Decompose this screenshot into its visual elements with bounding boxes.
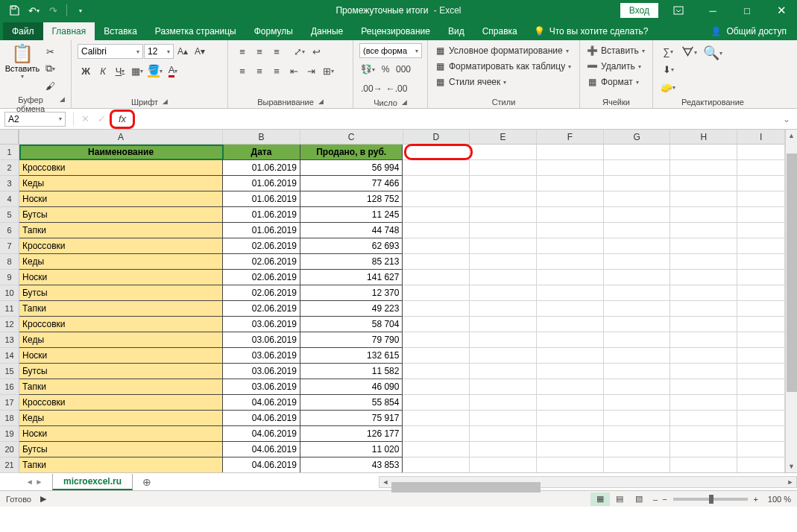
cell[interactable]: Бутсы (19, 285, 223, 301)
cell[interactable] (403, 160, 470, 176)
cell[interactable] (737, 457, 785, 472)
font-size-select[interactable]: 12▾ (144, 44, 174, 59)
sheet-tab-active[interactable]: microexcel.ru (52, 474, 133, 490)
cell[interactable]: Тапки (19, 223, 223, 238)
cell[interactable] (737, 238, 785, 254)
cell[interactable] (537, 238, 604, 254)
sort-filter-icon[interactable]: ᗊ▾ (680, 43, 699, 62)
cell[interactable] (737, 145, 785, 160)
cell[interactable] (537, 442, 604, 457)
cell[interactable] (604, 254, 671, 270)
cell[interactable]: 01.06.2019 (223, 176, 300, 191)
row-header[interactable]: 14 (0, 348, 19, 364)
number-format-select[interactable]: (все форма▾ (359, 43, 422, 58)
cell[interactable] (403, 145, 470, 160)
cell[interactable]: 01.06.2019 (223, 207, 300, 223)
cell[interactable] (737, 176, 785, 191)
cell[interactable] (737, 364, 785, 379)
row-header[interactable]: 16 (0, 379, 19, 395)
cell[interactable]: 01.06.2019 (223, 191, 300, 207)
cell[interactable]: Кеды (19, 254, 223, 270)
cell[interactable]: Носки (19, 270, 223, 285)
cell[interactable] (670, 426, 737, 442)
cell[interactable]: 11 582 (300, 364, 403, 379)
cell[interactable]: 03.06.2019 (223, 348, 300, 364)
align-top-icon[interactable]: ≡ (234, 43, 251, 60)
scroll-right-icon[interactable]: ► (784, 478, 796, 486)
cell[interactable] (670, 332, 737, 348)
cell[interactable] (670, 364, 737, 379)
cell[interactable] (470, 411, 537, 426)
cell[interactable] (470, 379, 537, 395)
cell[interactable] (537, 457, 604, 472)
cell[interactable] (403, 317, 470, 332)
tab-page-layout[interactable]: Разметка страницы (146, 22, 245, 40)
row-header[interactable]: 18 (0, 411, 19, 426)
column-header[interactable]: G (604, 130, 671, 145)
delete-cells-button[interactable]: ➖Удалить▾ (586, 59, 641, 74)
cell[interactable] (537, 348, 604, 364)
row-header[interactable]: 5 (0, 207, 19, 223)
scroll-thumb[interactable] (787, 153, 797, 392)
expand-formula-bar-icon[interactable]: ⌄ (779, 112, 794, 127)
tell-me[interactable]: 💡 Что вы хотите сделать? (526, 22, 656, 40)
cell[interactable]: Тапки (19, 379, 223, 395)
cell[interactable] (403, 348, 470, 364)
increase-indent-icon[interactable]: ⇥ (303, 63, 319, 79)
scroll-down-icon[interactable]: ▼ (786, 460, 797, 472)
cell[interactable] (470, 317, 537, 332)
insert-function-icon[interactable]: fx (114, 112, 130, 127)
formula-input[interactable] (135, 112, 779, 127)
cell[interactable] (537, 364, 604, 379)
cell[interactable]: 02.06.2019 (223, 270, 300, 285)
cell[interactable]: 04.06.2019 (223, 457, 300, 472)
cell[interactable] (470, 176, 537, 191)
cell[interactable]: 56 994 (300, 160, 403, 176)
tab-data[interactable]: Данные (302, 22, 352, 40)
cell[interactable]: 02.06.2019 (223, 285, 300, 301)
row-header[interactable]: 11 (0, 301, 19, 317)
cell[interactable] (470, 207, 537, 223)
row-header[interactable]: 17 (0, 395, 19, 411)
cell[interactable] (470, 364, 537, 379)
cell[interactable] (470, 254, 537, 270)
cell[interactable] (670, 348, 737, 364)
cell[interactable] (737, 332, 785, 348)
cell[interactable] (470, 285, 537, 301)
cell[interactable] (670, 442, 737, 457)
cell[interactable] (670, 379, 737, 395)
merge-icon[interactable]: ⊞▾ (320, 63, 336, 79)
cell[interactable]: Кеды (19, 332, 223, 348)
cell[interactable] (470, 332, 537, 348)
cell[interactable]: Носки (19, 348, 223, 364)
cell[interactable]: 01.06.2019 (223, 160, 300, 176)
dialog-launcher-icon[interactable]: ◢ (60, 95, 65, 113)
cancel-icon[interactable]: ✕ (77, 112, 93, 127)
vertical-scrollbar[interactable]: ▲ ▼ (785, 130, 797, 472)
font-color-icon[interactable]: A▾ (165, 63, 181, 79)
cell[interactable]: 79 790 (300, 332, 403, 348)
cell[interactable] (604, 301, 671, 317)
macro-record-icon[interactable]: ▶ (40, 494, 46, 504)
cell[interactable]: Носки (19, 191, 223, 207)
cell[interactable]: 04.06.2019 (223, 442, 300, 457)
cell[interactable]: Кеды (19, 411, 223, 426)
cell[interactable] (737, 191, 785, 207)
row-header[interactable]: 4 (0, 191, 19, 207)
cell[interactable]: 02.06.2019 (223, 254, 300, 270)
cell[interactable] (737, 223, 785, 238)
cell[interactable] (537, 395, 604, 411)
cell[interactable] (470, 145, 537, 160)
cell[interactable] (470, 426, 537, 442)
currency-icon[interactable]: 💱▾ (359, 61, 377, 77)
cell[interactable] (403, 207, 470, 223)
cell[interactable] (470, 457, 537, 472)
copy-icon[interactable]: ⧉▾ (42, 60, 58, 77)
cell[interactable] (737, 442, 785, 457)
cell[interactable] (403, 223, 470, 238)
cell[interactable] (604, 223, 671, 238)
decrease-indent-icon[interactable]: ⇤ (286, 63, 302, 79)
cell[interactable] (737, 395, 785, 411)
view-page-layout-icon[interactable]: ▤ (610, 493, 629, 506)
zoom-slider[interactable] (673, 498, 748, 501)
